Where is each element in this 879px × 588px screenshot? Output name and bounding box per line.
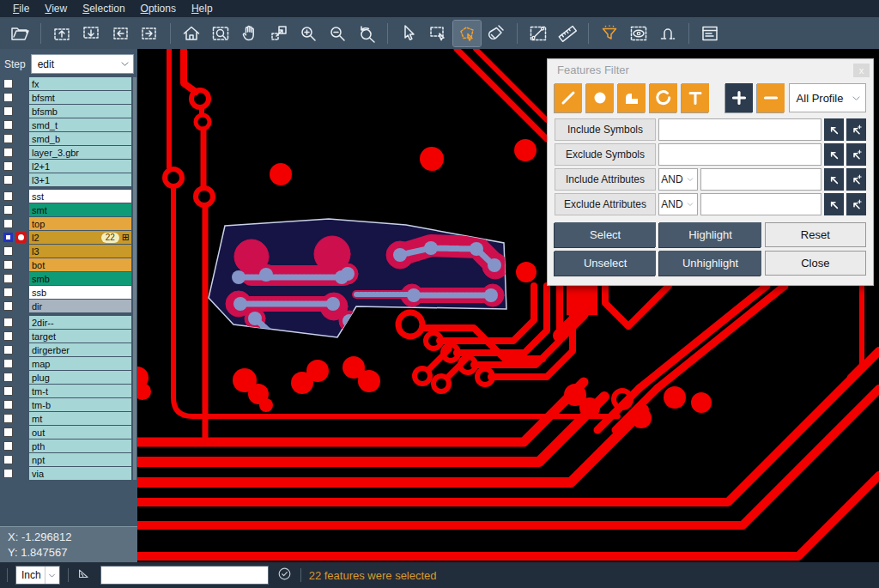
include-symbols-input[interactable] bbox=[658, 118, 821, 141]
include-attributes-button[interactable]: Include Attributes bbox=[555, 168, 656, 191]
unit-dropdown[interactable]: Inch bbox=[15, 566, 60, 585]
active-layer-indicator[interactable] bbox=[15, 232, 27, 243]
exclude-symbols-button[interactable]: Exclude Symbols bbox=[555, 143, 656, 166]
layer-form-icon[interactable] bbox=[696, 21, 724, 46]
pad-feature-button[interactable] bbox=[586, 83, 614, 112]
layer-indicator-slot[interactable] bbox=[15, 92, 27, 103]
exclude-attributes-button[interactable]: Exclude Attributes bbox=[555, 193, 656, 215]
menu-selection[interactable]: Selection bbox=[75, 0, 132, 17]
layer-checkbox[interactable] bbox=[3, 288, 13, 297]
layer-indicator-slot[interactable] bbox=[15, 133, 27, 144]
layer-indicator-slot[interactable] bbox=[15, 372, 27, 383]
layer-indicator-slot[interactable] bbox=[15, 191, 27, 202]
remove-mode-button[interactable] bbox=[757, 83, 785, 112]
grid-icon[interactable]: ⊞ bbox=[122, 231, 130, 244]
menu-help[interactable]: Help bbox=[184, 0, 221, 17]
layer-checkbox[interactable] bbox=[3, 301, 13, 311]
exclude-symbols-pick-button[interactable] bbox=[824, 143, 844, 166]
layer-name[interactable]: smb bbox=[29, 272, 131, 285]
pan-up-icon[interactable] bbox=[48, 21, 76, 46]
layer-indicator-slot[interactable] bbox=[15, 174, 27, 185]
close-button[interactable]: Close bbox=[765, 251, 866, 276]
layer-name[interactable]: out bbox=[29, 426, 131, 439]
snap-angle-icon[interactable] bbox=[76, 566, 93, 585]
open-folder-icon[interactable] bbox=[6, 21, 33, 46]
reset-button[interactable]: Reset bbox=[765, 222, 866, 247]
layer-checkbox[interactable] bbox=[3, 400, 13, 409]
include-symbols-pick-add-button[interactable] bbox=[846, 118, 866, 141]
pan-down-icon[interactable] bbox=[77, 21, 105, 46]
menu-file[interactable]: File bbox=[5, 0, 37, 17]
layer-name[interactable]: bot bbox=[29, 258, 131, 271]
layer-indicator-slot[interactable] bbox=[15, 413, 27, 424]
layer-checkbox[interactable] bbox=[3, 246, 13, 256]
layer-checkbox[interactable] bbox=[3, 274, 13, 283]
layer-checkbox[interactable] bbox=[3, 331, 13, 341]
profile-dropdown[interactable]: All Profile bbox=[789, 83, 866, 112]
layer-indicator-slot[interactable] bbox=[15, 78, 27, 89]
layer-name[interactable]: 2dir-- bbox=[29, 316, 131, 329]
exclude-attributes-operator-dropdown[interactable]: AND bbox=[658, 193, 698, 215]
pcb-canvas[interactable]: Features Filter x All Profile Include Sy… bbox=[137, 49, 879, 562]
layer-indicator-slot[interactable] bbox=[15, 300, 27, 312]
layer-name[interactable]: pth bbox=[29, 439, 131, 452]
layer-checkbox[interactable] bbox=[3, 469, 13, 478]
dialog-titlebar[interactable]: Features Filter x bbox=[548, 59, 873, 81]
layer-indicator-slot[interactable] bbox=[15, 218, 27, 229]
layer-checkbox[interactable] bbox=[3, 106, 13, 116]
layer-scrollbar[interactable] bbox=[133, 77, 136, 480]
layer-indicator-slot[interactable] bbox=[15, 204, 27, 215]
layer-checkbox[interactable] bbox=[3, 427, 13, 437]
layer-name[interactable]: map bbox=[29, 357, 131, 370]
include-attributes-pick-button[interactable] bbox=[824, 168, 844, 191]
layer-name[interactable]: mt bbox=[29, 412, 131, 425]
layer-indicator-slot[interactable] bbox=[15, 246, 27, 257]
layer-indicator-slot[interactable] bbox=[15, 330, 27, 342]
sync-check-icon[interactable] bbox=[276, 566, 293, 585]
layer-checkbox[interactable] bbox=[3, 373, 13, 382]
zoom-area-icon[interactable] bbox=[207, 21, 234, 46]
layer-checkbox[interactable] bbox=[3, 120, 13, 130]
include-attributes-input[interactable] bbox=[700, 168, 821, 191]
layer-indicator-slot[interactable] bbox=[15, 106, 27, 117]
layer-indicator-slot[interactable] bbox=[15, 399, 27, 410]
zoom-out-icon[interactable] bbox=[324, 21, 351, 46]
command-input[interactable] bbox=[100, 566, 269, 585]
exclude-attributes-input[interactable] bbox=[700, 193, 821, 215]
layer-name[interactable]: tm-t bbox=[29, 385, 131, 397]
layer-name[interactable]: fx bbox=[29, 77, 131, 90]
pan-hand-icon[interactable] bbox=[236, 21, 264, 46]
layer-checkbox[interactable] bbox=[3, 93, 13, 102]
layer-indicator-slot[interactable] bbox=[15, 454, 27, 465]
layer-indicator-slot[interactable] bbox=[15, 317, 27, 328]
layer-name[interactable]: l3+1 bbox=[29, 173, 131, 186]
layer-checkbox[interactable] bbox=[3, 386, 13, 396]
unhighlight-button[interactable]: Unhighlight bbox=[659, 251, 761, 276]
arc-feature-button[interactable] bbox=[650, 83, 677, 112]
add-mode-button[interactable] bbox=[725, 83, 753, 112]
include-attributes-operator-dropdown[interactable]: AND bbox=[658, 168, 698, 191]
menu-view[interactable]: View bbox=[37, 0, 75, 17]
layer-checkbox[interactable] bbox=[3, 260, 13, 270]
layer-indicator-slot[interactable] bbox=[15, 468, 27, 479]
layer-name[interactable]: l2+1 bbox=[29, 160, 131, 173]
layer-indicator-slot[interactable] bbox=[15, 147, 27, 158]
zoom-in-icon[interactable] bbox=[294, 21, 322, 46]
exclude-attributes-pick-button[interactable] bbox=[824, 193, 844, 215]
text-feature-button[interactable] bbox=[682, 83, 709, 112]
layer-indicator-slot[interactable] bbox=[15, 344, 27, 355]
layer-checkbox[interactable] bbox=[3, 205, 13, 215]
dialog-close-button[interactable]: x bbox=[853, 64, 870, 77]
surface-feature-button[interactable] bbox=[618, 83, 646, 112]
select-rectangle-icon[interactable] bbox=[424, 21, 452, 46]
layer-checkbox[interactable] bbox=[3, 441, 13, 451]
zoom-object-icon[interactable] bbox=[265, 21, 293, 46]
exclude-symbols-input[interactable] bbox=[658, 143, 821, 166]
view-overlay-icon[interactable] bbox=[625, 21, 652, 46]
exclude-symbols-pick-add-button[interactable] bbox=[846, 143, 866, 166]
layer-checkbox[interactable] bbox=[3, 359, 13, 368]
menu-options[interactable]: Options bbox=[133, 0, 184, 17]
layer-indicator-slot[interactable] bbox=[15, 440, 27, 452]
line-feature-button[interactable] bbox=[555, 83, 582, 112]
layer-name[interactable]: tm-b bbox=[29, 398, 131, 411]
